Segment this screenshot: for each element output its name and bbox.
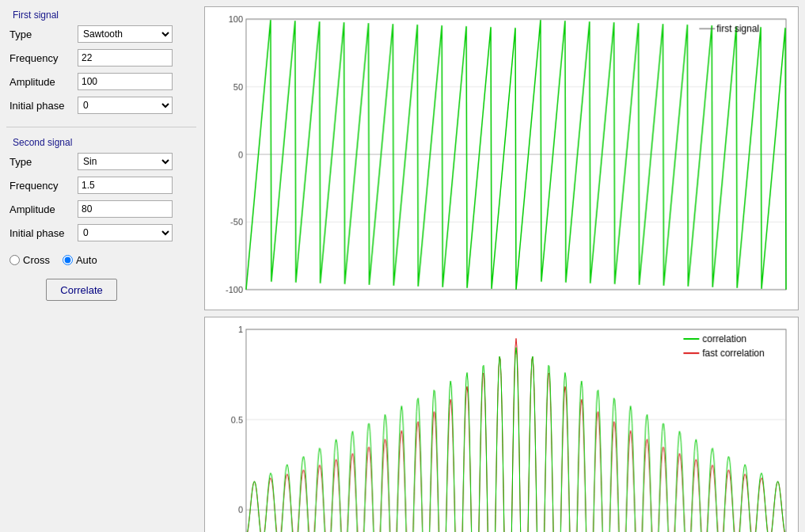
second-signal-section-label: Second signal xyxy=(6,137,196,148)
second-phase-label: Initial phase xyxy=(6,227,78,239)
cross-radio[interactable] xyxy=(9,255,20,265)
first-frequency-input[interactable] xyxy=(78,49,173,66)
first-signal-section-label: First signal xyxy=(6,10,196,21)
first-amplitude-row: Amplitude xyxy=(6,73,196,90)
correlation-type-row: Cross Auto xyxy=(6,254,196,266)
second-amplitude-input[interactable] xyxy=(78,200,173,218)
second-frequency-input[interactable] xyxy=(78,177,173,194)
first-phase-label: Initial phase xyxy=(6,100,78,112)
first-amplitude-label: Amplitude xyxy=(6,76,78,88)
second-phase-select[interactable]: 0 90 180 270 xyxy=(78,224,173,241)
auto-option[interactable]: Auto xyxy=(63,254,97,266)
correlation-chart xyxy=(204,317,799,532)
cross-option[interactable]: Cross xyxy=(9,254,50,266)
first-type-select[interactable]: Sawtooth Sin Cos Square xyxy=(78,25,173,43)
second-amplitude-row: Amplitude xyxy=(6,200,196,218)
first-phase-select[interactable]: 0 90 180 270 xyxy=(78,97,173,114)
first-amplitude-input[interactable] xyxy=(78,73,173,90)
auto-radio[interactable] xyxy=(63,255,73,265)
first-signal-canvas xyxy=(205,7,798,310)
first-phase-row: Initial phase 0 90 180 270 xyxy=(6,97,196,114)
first-type-row: Type Sawtooth Sin Cos Square xyxy=(6,25,196,43)
section-separator xyxy=(6,127,196,127)
first-frequency-label: Frequency xyxy=(6,52,78,64)
second-type-row: Type Sin Cos Sawtooth Square xyxy=(6,153,196,170)
cross-label: Cross xyxy=(23,254,50,266)
correlation-canvas xyxy=(205,317,798,532)
second-type-select[interactable]: Sin Cos Sawtooth Square xyxy=(78,153,173,170)
charts-panel xyxy=(204,6,799,532)
first-type-label: Type xyxy=(6,28,78,40)
correlate-button[interactable]: Correlate xyxy=(46,279,117,301)
second-type-label: Type xyxy=(6,156,78,168)
auto-label: Auto xyxy=(76,254,97,266)
left-panel: First signal Type Sawtooth Sin Cos Squar… xyxy=(6,6,196,532)
main-container: First signal Type Sawtooth Sin Cos Squar… xyxy=(0,0,805,532)
first-signal-chart xyxy=(204,6,799,310)
second-frequency-row: Frequency xyxy=(6,177,196,194)
second-frequency-label: Frequency xyxy=(6,180,78,192)
first-frequency-row: Frequency xyxy=(6,49,196,66)
second-amplitude-label: Amplitude xyxy=(6,203,78,215)
second-phase-row: Initial phase 0 90 180 270 xyxy=(6,224,196,241)
